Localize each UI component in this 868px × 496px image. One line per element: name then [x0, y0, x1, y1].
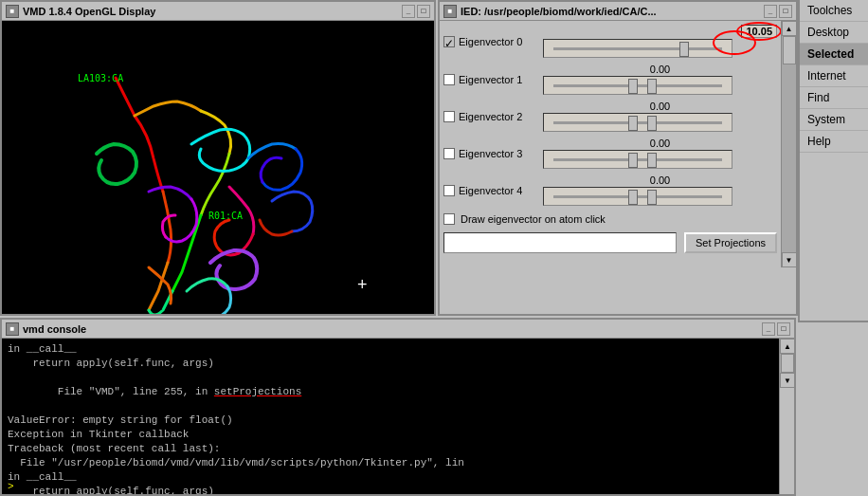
tool-desktop[interactable]: Desktop	[800, 22, 868, 44]
console-prompt: >	[8, 481, 14, 492]
console-titlebar: ■ vmd console _ □	[2, 320, 794, 339]
molecule-label-1: LA103:CA	[78, 73, 123, 83]
scroll-down-arrow[interactable]: ▼	[782, 252, 797, 267]
minimize-button[interactable]: _	[402, 5, 415, 18]
tool-internet[interactable]: Internet	[800, 65, 868, 87]
ied-window-buttons[interactable]: _ □	[764, 5, 792, 18]
console-minimize-button[interactable]: _	[762, 322, 775, 336]
molecule-label-2: R01:CA	[208, 211, 243, 221]
console-scrollbar[interactable]: ▲ ▼	[779, 339, 794, 494]
console-body: in __call__ return apply(self.func, args…	[2, 339, 794, 494]
scroll-track	[782, 36, 796, 252]
eigen-0-checkbox[interactable]: ✓	[443, 36, 455, 47]
eigen-2-checkbox[interactable]	[443, 111, 455, 122]
ied-window: ■ IED: /usr/people/biomd/work/ied/CA/C..…	[438, 0, 798, 316]
tool-find[interactable]: Find	[800, 87, 868, 109]
console-line-2-text: File "VMD", line 255, in	[45, 386, 214, 397]
eigen-0-label: Eigenvector 0	[459, 36, 539, 47]
console-window: ■ vmd console _ □ in __call__ return app…	[0, 318, 796, 496]
vmd-opengl-window: ■ VMD 1.8.4 OpenGL Display _ □	[0, 0, 436, 316]
eigen-2-value: 0.00	[543, 101, 777, 112]
console-line-3: ValueError: empty string for float()	[8, 413, 788, 428]
eigen-2-slider[interactable]	[543, 113, 732, 132]
vmd-window-buttons[interactable]: _ □	[402, 5, 430, 18]
console-line-2: File "VMD", line 255, in setProjections	[8, 371, 788, 413]
console-scroll-thumb[interactable]	[781, 354, 794, 373]
console-window-buttons[interactable]: _ □	[762, 322, 790, 336]
console-line-0: in __call__	[8, 342, 788, 357]
eigen-3-value: 0.00	[543, 138, 777, 149]
ied-title: IED: /usr/people/biomd/work/ied/CA/C...	[461, 6, 657, 17]
eigen-1-value: 0.00	[543, 64, 777, 75]
eigen-4-label: Eigenvector 4	[459, 185, 539, 196]
ied-icon: ■	[443, 5, 457, 18]
eigen-2-label: Eigenvector 2	[459, 111, 539, 122]
console-icon: ■	[6, 322, 19, 336]
eigen-1-label: Eigenvector 1	[459, 74, 539, 85]
console-line-1: return apply(self.func, args)	[8, 357, 788, 371]
eigen-0-value: 10.05	[741, 25, 777, 38]
eigen-4-checkbox[interactable]	[443, 185, 455, 196]
ied-content: ✓ Eigenvector 0 10.05 Eigenvector 1 0.00	[440, 21, 796, 257]
ied-titlebar: ■ IED: /usr/people/biomd/work/ied/CA/C..…	[440, 2, 796, 21]
eigenvector-4-row: Eigenvector 4 0.00	[443, 175, 777, 206]
eigen-1-checkbox[interactable]	[443, 74, 455, 85]
eigen-4-slider[interactable]	[543, 187, 732, 206]
draw-eigenvector-checkbox[interactable]	[443, 213, 455, 225]
console-line-2-highlighted: setProjections	[214, 386, 301, 397]
tool-selected[interactable]: Selected	[800, 44, 868, 65]
eigenvector-0-row: ✓ Eigenvector 0 10.05	[443, 25, 777, 58]
tool-system[interactable]: System	[800, 109, 868, 131]
eigenvector-3-row: Eigenvector 3 0.00	[443, 138, 777, 169]
vmd-icon: ■	[6, 5, 19, 18]
console-line-4: Exception in Tkinter callback	[8, 428, 788, 442]
console-title: vmd console	[23, 323, 86, 335]
eigen-3-label: Eigenvector 3	[459, 148, 539, 159]
eigen-1-slider[interactable]	[543, 76, 732, 95]
ied-minimize-button[interactable]: _	[764, 5, 777, 18]
console-line-5: Traceback (most recent call last):	[8, 442, 788, 456]
console-scroll-track	[780, 354, 794, 373]
tool-help[interactable]: Help	[800, 131, 868, 153]
draw-eigenvector-label: Draw eigenvector on atom click	[461, 213, 606, 225]
console-scroll-up[interactable]: ▲	[780, 339, 795, 354]
crosshair: +	[357, 275, 368, 295]
eigen-4-value: 0.00	[543, 175, 777, 186]
opengl-canvas: LA103:CA R01:CA +	[2, 21, 434, 314]
ied-scrollbar[interactable]: ▲ ▼	[781, 21, 796, 267]
eigen-0-slider[interactable]	[543, 39, 732, 58]
tool-toolches[interactable]: Toolches	[800, 0, 868, 22]
console-maximize-button[interactable]: □	[777, 322, 790, 336]
console-line-8: return apply(self.func, args)	[8, 485, 788, 494]
maximize-button[interactable]: □	[417, 5, 430, 18]
console-scroll-down[interactable]: ▼	[780, 373, 795, 388]
set-projections-button[interactable]: Set Projections	[684, 232, 777, 253]
console-line-6: File "/usr/people/biomd/vmd/vmd/lib/vmd/…	[8, 456, 788, 470]
eigen-3-checkbox[interactable]	[443, 148, 455, 159]
vmd-titlebar: ■ VMD 1.8.4 OpenGL Display _ □	[2, 2, 434, 21]
scroll-up-arrow[interactable]: ▲	[782, 21, 797, 36]
button-row: Set Projections	[443, 232, 777, 253]
eigenvector-1-row: Eigenvector 1 0.00	[443, 64, 777, 95]
projection-input[interactable]	[443, 232, 677, 253]
scroll-thumb[interactable]	[783, 36, 796, 64]
console-line-7: in __call__	[8, 470, 788, 485]
toolches-panel: Toolches Desktop Selected Internet Find …	[798, 0, 868, 322]
draw-eigenvector-row: Draw eigenvector on atom click	[443, 211, 777, 227]
eigenvector-2-row: Eigenvector 2 0.00	[443, 101, 777, 132]
eigen-3-slider[interactable]	[543, 150, 732, 169]
ied-maximize-button[interactable]: □	[779, 5, 792, 18]
vmd-title: VMD 1.8.4 OpenGL Display	[23, 6, 155, 17]
